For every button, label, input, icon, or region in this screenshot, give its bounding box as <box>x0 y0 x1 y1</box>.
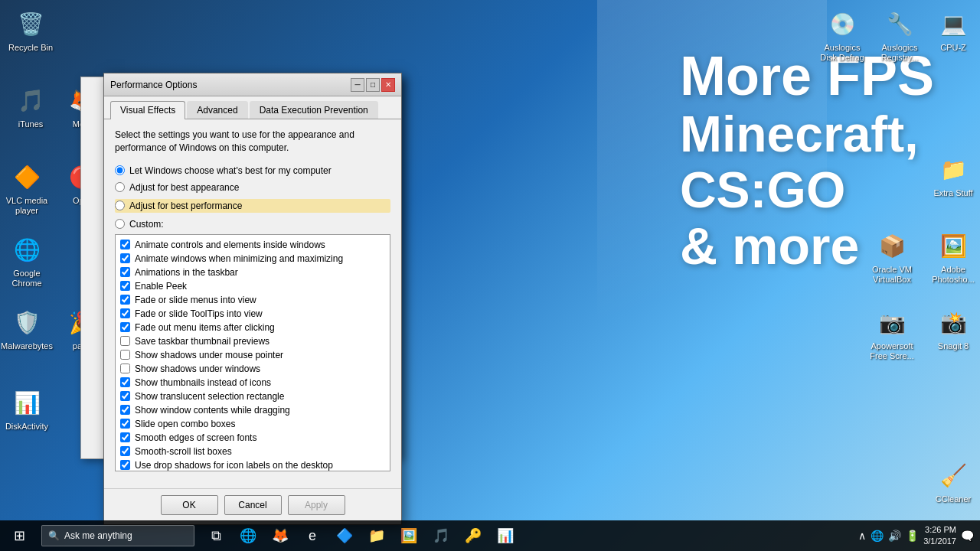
dialog-titlebar: Performance Options ─ □ ✕ <box>104 73 401 96</box>
check-smooth-edges[interactable]: Smooth edges of screen fonts <box>120 431 385 445</box>
desktop: More FPS Minecraft, CS:GO & more 🗑️ Recy… <box>0 0 980 551</box>
check-smooth-scroll[interactable]: Smooth-scroll list boxes <box>120 445 385 458</box>
adobe-photoshop-icon[interactable]: 🖼️ Adobe Photosho... <box>926 230 980 285</box>
tab-bar: Visual Effects Advanced Data Execution P… <box>104 96 401 119</box>
check-fade-menus[interactable]: Fade or slide menus into view <box>120 293 385 307</box>
vlc-icon[interactable]: 🔶 VLC media player <box>0 161 54 216</box>
auslogics-disk-icon[interactable]: 💿 Auslogics Disk Defrag <box>815 8 869 63</box>
recycle-bin-icon[interactable]: 🗑️ Recycle Bin <box>4 8 57 53</box>
performance-options-dialog: Performance Options ─ □ ✕ Visual Effects… <box>103 73 402 525</box>
tray-up-arrow[interactable]: ∧ <box>858 530 866 542</box>
taskbar-app2[interactable]: 🖼️ <box>394 520 424 551</box>
radio-let-windows[interactable]: Let Windows choose what's best for my co… <box>115 165 390 176</box>
snagit-icon[interactable]: 📸 Snagit 8 <box>926 306 980 351</box>
taskbar-app1[interactable]: 📁 <box>361 520 392 551</box>
itunes-icon[interactable]: 🎵 iTunes <box>4 84 57 129</box>
tab-advanced[interactable]: Advanced <box>187 101 247 119</box>
radio-custom[interactable]: Custom: <box>115 219 390 230</box>
apply-button[interactable]: Apply <box>288 495 345 515</box>
maximize-button[interactable]: □ <box>366 78 380 92</box>
clock-date: 3/1/2017 <box>923 536 956 547</box>
apowersoft-icon[interactable]: 📷 Apowersoft Free Scre... <box>865 306 919 361</box>
taskbar-firefox[interactable]: 🦊 <box>265 520 296 551</box>
ok-button[interactable]: OK <box>161 495 218 515</box>
check-slide-combo[interactable]: Slide open combo boxes <box>120 417 385 431</box>
check-enable-peek[interactable]: Enable Peek <box>120 279 385 293</box>
check-animate-controls[interactable]: Animate controls and elements inside win… <box>120 238 385 252</box>
search-icon: 🔍 <box>48 530 60 541</box>
check-window-contents[interactable]: Show window contents while dragging <box>120 403 385 417</box>
taskbar-chrome[interactable]: 🌐 <box>233 520 263 551</box>
check-animate-windows[interactable]: Animate windows when minimizing and maxi… <box>120 252 385 266</box>
check-shadows-mouse[interactable]: Show shadows under mouse pointer <box>120 348 385 362</box>
taskbar-ie[interactable]: 🔷 <box>329 520 360 551</box>
visual-effects-list[interactable]: Animate controls and elements inside win… <box>115 234 390 471</box>
check-shadows-windows[interactable]: Show shadows under windows <box>120 362 385 376</box>
check-thumbnails[interactable]: Show thumbnails instead of icons <box>120 376 385 390</box>
tray-battery[interactable]: 🔋 <box>906 530 919 542</box>
check-animations-taskbar[interactable]: Animations in the taskbar <box>120 266 385 279</box>
google-chrome-icon[interactable]: 🌐 Google Chrome <box>0 233 54 289</box>
extra-stuff-icon[interactable]: 📁 Extra Stuff <box>926 153 980 198</box>
dialog-content: Select the settings you want to use for … <box>104 119 401 488</box>
radio-best-appearance[interactable]: Adjust for best appearance <box>115 182 390 193</box>
taskbar-app4[interactable]: 🔑 <box>458 520 488 551</box>
overlay-line3: CS:GO <box>680 162 934 218</box>
minimize-button[interactable]: ─ <box>351 78 364 92</box>
malwarebytes-icon[interactable]: 🛡️ Malwarebytes <box>0 306 54 351</box>
disk-activity-icon[interactable]: 📊 DiskActivity <box>0 386 54 432</box>
clock[interactable]: 3:26 PM 3/1/2017 <box>923 524 956 548</box>
check-translucent[interactable]: Show translucent selection rectangle <box>120 390 385 403</box>
system-tray: ∧ 🌐 🔊 🔋 3:26 PM 3/1/2017 🗨️ <box>858 524 980 548</box>
dialog-title: Performance Options <box>110 80 349 90</box>
tab-dep[interactable]: Data Execution Prevention <box>250 101 378 119</box>
cpu-z-icon[interactable]: 💻 CPU-Z <box>926 8 980 53</box>
auslogics-reg-icon[interactable]: 🔧 Auslogics Registry... <box>873 8 926 63</box>
tray-volume[interactable]: 🔊 <box>888 530 901 542</box>
search-bar[interactable]: 🔍 Ask me anything <box>41 525 194 546</box>
radio-best-performance[interactable]: Adjust for best performance <box>115 199 390 213</box>
check-drop-shadows[interactable]: Use drop shadows for icon labels on the … <box>120 458 385 471</box>
taskbar-icons: ⧉ 🌐 🦊 e 🔷 📁 🖼️ 🎵 🔑 📊 <box>201 520 521 551</box>
task-view-button[interactable]: ⧉ <box>201 520 231 551</box>
ccleaner-icon[interactable]: 🧹 CCleaner <box>926 459 980 504</box>
taskbar: ⊞ 🔍 Ask me anything ⧉ 🌐 🦊 e 🔷 📁 🖼️ 🎵 🔑 📊… <box>0 520 980 551</box>
cancel-button[interactable]: Cancel <box>224 495 282 515</box>
check-fade-menu-items[interactable]: Fade out menu items after clicking <box>120 321 385 334</box>
tab-visual-effects[interactable]: Visual Effects <box>110 101 185 119</box>
oracle-vm-icon[interactable]: 📦 Oracle VM VirtualBox <box>865 230 919 285</box>
close-button[interactable]: ✕ <box>381 78 395 92</box>
start-button[interactable]: ⊞ <box>0 520 38 551</box>
dialog-buttons: OK Cancel Apply <box>104 488 401 524</box>
clock-time: 3:26 PM <box>923 524 956 536</box>
taskbar-edge[interactable]: e <box>297 520 328 551</box>
check-save-thumbnails[interactable]: Save taskbar thumbnail previews <box>120 334 385 348</box>
check-fade-tooltips[interactable]: Fade or slide ToolTips into view <box>120 307 385 321</box>
description-text: Select the settings you want to use for … <box>115 129 390 155</box>
overlay-line2: Minecraft, <box>680 106 934 162</box>
search-placeholder: Ask me anything <box>64 530 132 541</box>
tray-notification[interactable]: 🗨️ <box>961 530 974 542</box>
tray-network[interactable]: 🌐 <box>871 530 884 542</box>
taskbar-app5[interactable]: 📊 <box>490 520 521 551</box>
taskbar-app3[interactable]: 🎵 <box>426 520 456 551</box>
